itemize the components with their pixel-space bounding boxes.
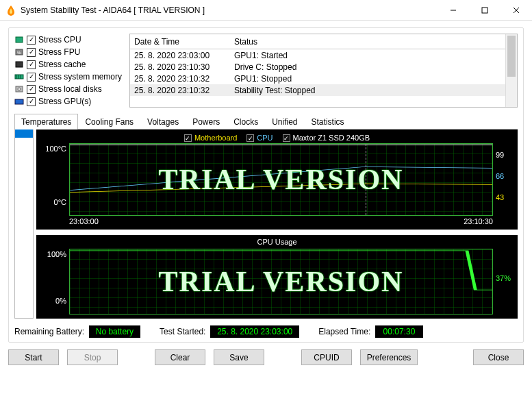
col-header-status[interactable]: Status: [234, 37, 257, 47]
elapsed-label: Elapsed Time:: [318, 327, 370, 336]
cpu-usage-chart: CPU Usage 100%0% TRIAL VERSION 37%: [36, 235, 518, 319]
cpu-y-bot: 0%: [55, 297, 66, 305]
close-window-button[interactable]: [501, 0, 532, 21]
event-row[interactable]: 25. 8. 2020 23:10:32Stability Test: Stop…: [130, 84, 517, 96]
temp-right-1: 66: [496, 172, 512, 180]
test-started-value: 25. 8. 2020 23:03:00: [210, 325, 299, 338]
legend-motherboard-label: Motherboard: [194, 134, 237, 142]
fpu-chip-icon: %: [14, 48, 24, 56]
stress-memory-label: Stress system memory: [38, 72, 122, 82]
window-title: System Stability Test - AIDA64 [ TRIAL V…: [21, 5, 438, 15]
preferences-button[interactable]: Preferences: [360, 349, 418, 365]
stress-cpu-checkbox[interactable]: ✓: [27, 36, 36, 45]
temp-x-right: 23:10:30: [464, 217, 493, 225]
legend-ssd-label: Maxtor Z1 SSD 240GB: [293, 134, 370, 142]
stress-disks-label: Stress local disks: [38, 84, 102, 94]
disk-icon: [14, 85, 24, 93]
sensor-list[interactable]: [14, 130, 34, 319]
close-button[interactable]: Close: [473, 349, 524, 365]
temp-x-left: 23:03:00: [69, 217, 99, 225]
clear-button[interactable]: Clear: [155, 349, 205, 365]
battery-value: No battery: [89, 325, 140, 338]
stress-cpu-label: Stress CPU: [38, 35, 81, 45]
minimize-button[interactable]: [438, 0, 469, 21]
legend-ssd-checkbox[interactable]: ✓: [283, 134, 290, 142]
maximize-button[interactable]: [469, 0, 501, 21]
temp-y-top: 100°C: [45, 145, 66, 153]
stress-cache-label: Stress cache: [38, 60, 86, 69]
tab-clocks[interactable]: Clocks: [227, 114, 265, 130]
stop-button: Stop: [67, 349, 118, 365]
main-group: ✓Stress CPU %✓Stress FPU ✓Stress cache ✓…: [8, 27, 524, 343]
temp-right-0: 99: [496, 151, 512, 159]
cpu-chip-icon: [14, 36, 24, 44]
cpu-usage-plot: TRIAL VERSION: [69, 249, 493, 314]
col-header-date[interactable]: Date & Time: [134, 37, 234, 47]
sensor-list-item[interactable]: [15, 130, 33, 138]
cpu-y-top: 100%: [47, 250, 66, 258]
event-row[interactable]: 25. 8. 2020 23:10:32GPU1: Stopped: [130, 73, 517, 84]
legend-cpu-checkbox[interactable]: ✓: [246, 134, 254, 142]
scrollbar-thumb[interactable]: [507, 36, 516, 77]
stress-disks-checkbox[interactable]: ✓: [27, 85, 36, 94]
tab-bar: Temperatures Cooling Fans Voltages Power…: [14, 113, 518, 130]
tab-powers[interactable]: Powers: [186, 114, 227, 130]
temperature-legend: ✓Motherboard ✓CPU ✓Maxtor Z1 SSD 240GB: [42, 132, 512, 143]
event-row[interactable]: 25. 8. 2020 23:03:00GPU1: Started: [130, 49, 517, 61]
stress-cache-checkbox[interactable]: ✓: [27, 60, 36, 69]
temperature-chart: ✓Motherboard ✓CPU ✓Maxtor Z1 SSD 240GB 1…: [36, 130, 518, 230]
event-log-scrollbar[interactable]: [505, 34, 517, 107]
svg-rect-7: [16, 62, 23, 67]
tab-cooling-fans[interactable]: Cooling Fans: [78, 114, 140, 130]
app-icon: [5, 5, 16, 16]
gpu-icon: [14, 97, 24, 106]
titlebar: System Stability Test - AIDA64 [ TRIAL V…: [0, 0, 532, 21]
temperature-plot: TRIAL VERSION: [69, 143, 493, 216]
svg-rect-1: [482, 8, 487, 13]
save-button[interactable]: Save: [214, 349, 264, 365]
event-log[interactable]: Date & Time Status 25. 8. 2020 23:03:00G…: [129, 34, 518, 108]
legend-cpu-label: CPU: [257, 134, 273, 142]
temp-y-bot: 0°C: [54, 198, 66, 206]
memory-chip-icon: [14, 73, 24, 81]
cpu-right-0: 37%: [496, 274, 512, 282]
legend-motherboard-checkbox[interactable]: ✓: [184, 134, 192, 142]
svg-rect-14: [15, 99, 23, 104]
event-row[interactable]: 25. 8. 2020 23:10:30Drive C: Stopped: [130, 61, 517, 73]
stress-gpu-checkbox[interactable]: ✓: [27, 97, 36, 106]
button-row: Start Stop Clear Save CPUID Preferences …: [8, 349, 524, 365]
elapsed-value: 00:07:30: [375, 325, 423, 338]
svg-text:%: %: [17, 51, 21, 55]
tab-temperatures[interactable]: Temperatures: [14, 114, 78, 130]
stress-fpu-checkbox[interactable]: ✓: [27, 48, 36, 57]
start-button[interactable]: Start: [8, 349, 59, 365]
stress-gpu-label: Stress GPU(s): [38, 97, 91, 106]
tab-unified[interactable]: Unified: [265, 114, 304, 130]
status-row: Remaining Battery: No battery Test Start…: [14, 325, 518, 338]
event-log-header: Date & Time Status: [130, 34, 517, 49]
stress-options: ✓Stress CPU %✓Stress FPU ✓Stress cache ✓…: [14, 34, 125, 108]
temp-right-2: 43: [496, 193, 512, 201]
tab-statistics[interactable]: Statistics: [305, 114, 351, 130]
tab-voltages[interactable]: Voltages: [140, 114, 186, 130]
cache-chip-icon: [14, 60, 24, 69]
battery-label: Remaining Battery:: [14, 327, 84, 336]
svg-rect-4: [16, 37, 23, 42]
stress-memory-checkbox[interactable]: ✓: [27, 73, 36, 82]
cpu-usage-title: CPU Usage: [42, 238, 512, 249]
cpuid-button[interactable]: CPUID: [301, 349, 352, 365]
test-started-label: Test Started:: [160, 327, 205, 336]
stress-fpu-label: Stress FPU: [38, 47, 80, 57]
svg-point-13: [18, 88, 21, 90]
